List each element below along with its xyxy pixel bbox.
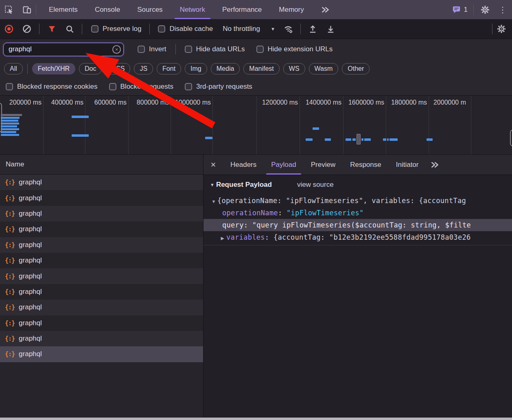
request-row[interactable]: {:}graphql [0,190,203,206]
chevrons-right-icon [321,5,330,14]
record-network-log-button[interactable] [0,21,18,37]
network-settings-button[interactable] [492,21,510,37]
search-network-button[interactable] [61,21,79,37]
json-braces-icon: {:} [5,179,15,186]
request-row[interactable]: {:}graphql [0,284,203,300]
throttling-select[interactable]: No throttling ▼ [219,25,279,33]
import-har-button[interactable] [304,21,322,37]
timeline-tick-label: 2000000 m [397,99,466,106]
invert-checkbox[interactable] [138,46,145,53]
view-source-link[interactable]: view source [297,181,334,189]
request-payload-title: Request Payload [216,181,272,189]
network-conditions-button[interactable] [279,21,297,37]
timeline-overview[interactable]: 200000 ms400000 ms600000 ms800000 ms1000… [0,95,512,155]
customize-menu-button[interactable]: ⋮ [497,5,509,15]
tab-memory[interactable]: Memory [270,0,312,19]
divider [175,44,176,55]
export-har-button[interactable] [322,21,340,37]
payload-operation-line[interactable]: operationName: "ipFlowTimeseries" [203,207,512,219]
tab-initiator[interactable]: Initiator [389,155,426,175]
tab-sources[interactable]: Sources [129,0,171,19]
chip-font[interactable]: Font [157,63,181,74]
chip-img[interactable]: Img [185,63,207,74]
filter-input[interactable] [3,43,124,56]
request-row[interactable]: {:}graphql [0,331,203,346]
collapsed-triangle-icon[interactable]: ▶ [219,232,226,243]
issues-counter[interactable]: 1 [449,5,471,14]
hide-extension-urls-toggle[interactable]: Hide extension URLs [251,45,339,53]
payload-query-line[interactable]: query: "query ipFlowTimeseries($accountT… [203,219,512,231]
inspect-element-button[interactable] [0,0,18,19]
payload-variables-preview: : {accountTag: "b12e3b2192ee5588fdad9951… [265,233,471,241]
device-toolbar-button[interactable] [18,0,36,19]
filter-toggle-button[interactable] [43,21,61,37]
third-party-toggle[interactable]: 3rd-party requests [179,83,258,91]
tab-network[interactable]: Network [171,0,214,19]
tab-payload[interactable]: Payload [264,155,303,175]
expanded-triangle-icon[interactable]: ▼ [210,195,217,207]
chip-js[interactable]: JS [134,63,153,74]
requests-pane: Name {:}graphql{:}graphql{:}graphql{:}gr… [0,155,203,418]
chip-media[interactable]: Media [211,63,240,74]
divider [149,24,150,34]
funnel-icon [48,25,56,33]
name-column-header[interactable]: Name [0,155,203,175]
blocked-requests-checkbox[interactable] [109,83,116,90]
chip-wasm[interactable]: Wasm [309,63,339,74]
request-row[interactable]: {:}graphql [0,268,203,284]
payload-root-line[interactable]: ▼{operationName: "ipFlowTimeseries", var… [203,195,512,207]
blocked-requests-toggle[interactable]: Blocked requests [103,83,179,91]
hide-extension-urls-label: Hide extension URLs [268,45,333,53]
request-row[interactable]: {:}graphql [0,300,203,315]
request-row[interactable]: {:}graphql [0,253,203,268]
close-details-button[interactable]: × [203,155,223,175]
timeline-request-bar [383,138,386,141]
hide-data-urls-toggle[interactable]: Hide data URLs [179,45,251,53]
chip-fetch-xhr[interactable]: Fetch/XHR [32,63,75,74]
request-row[interactable]: {:}graphql [0,206,203,221]
request-row[interactable]: {:}graphql [0,315,203,331]
request-row[interactable]: {:}graphql [0,237,203,253]
invert-toggle[interactable]: Invert [132,45,172,53]
blocked-cookies-toggle[interactable]: Blocked response cookies [0,83,103,91]
timeline-request-bar [1,128,19,130]
tab-preview[interactable]: Preview [304,155,343,175]
upload-icon [308,24,317,34]
request-row[interactable]: {:}graphql [0,221,203,237]
chip-css[interactable]: CSS [105,63,130,74]
settings-button[interactable] [476,5,494,15]
preserve-log-toggle[interactable]: Preserve log [85,25,147,33]
overview-grip-right[interactable] [510,130,512,146]
json-braces-icon: {:} [5,335,15,342]
payload-variables-line[interactable]: ▶variables: {accountTag: "b12e3b2192ee55… [203,231,512,243]
clear-filter-icon[interactable]: × [112,45,121,54]
chip-doc[interactable]: Doc [79,63,102,74]
disable-cache-checkbox[interactable] [158,25,165,33]
chevron-down-icon: ▼ [271,26,275,31]
tab-performance[interactable]: Performance [214,0,270,19]
more-details-tabs-button[interactable] [426,155,444,175]
tab-response[interactable]: Response [343,155,389,175]
preserve-log-checkbox[interactable] [91,25,98,33]
chip-all[interactable]: All [4,63,23,74]
gear-icon [497,24,506,34]
blocked-requests-label: Blocked requests [120,83,173,91]
more-panels-button[interactable] [313,0,339,19]
tab-console[interactable]: Console [86,0,129,19]
hide-extension-urls-checkbox[interactable] [256,46,264,53]
chip-ws[interactable]: WS [283,63,305,74]
blocked-cookies-checkbox[interactable] [6,83,13,90]
chip-other[interactable]: Other [342,63,370,74]
tab-headers[interactable]: Headers [223,155,264,175]
disable-cache-toggle[interactable]: Disable cache [152,25,219,33]
hide-data-urls-checkbox[interactable] [185,46,192,53]
request-row[interactable]: {:}graphql [0,175,203,190]
tab-elements[interactable]: Elements [40,0,86,19]
chip-manifest[interactable]: Manifest [243,63,279,74]
timeline-request-bar [72,134,89,137]
collapse-triangle-icon[interactable]: ▼ [210,182,214,187]
payload-key: query [222,221,244,229]
request-row[interactable]: {:}graphql [0,346,203,362]
clear-network-log-button[interactable] [18,21,36,37]
third-party-checkbox[interactable] [185,83,192,90]
